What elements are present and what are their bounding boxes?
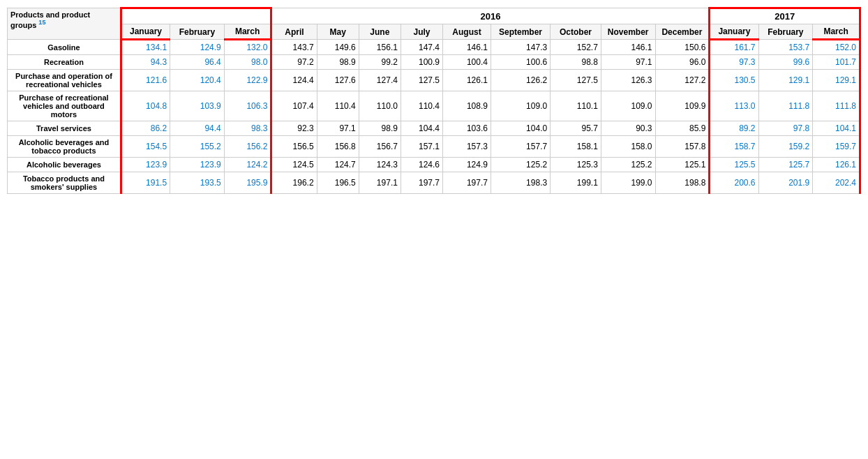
data-cell: 100.6	[491, 55, 550, 70]
data-cell: 96.4	[170, 55, 225, 70]
data-cell: 126.2	[491, 70, 550, 91]
data-cell: 124.4	[271, 70, 317, 91]
product-name-cell: Travel services	[8, 121, 121, 136]
data-cell: 147.4	[401, 40, 442, 55]
header-apr-2016: April	[271, 24, 317, 40]
data-cell: 113.0	[710, 91, 758, 121]
data-cell: 106.3	[224, 91, 271, 121]
data-cell: 90.3	[601, 121, 655, 136]
data-cell: 97.2	[271, 55, 317, 70]
data-cell: 109.0	[491, 91, 550, 121]
product-group-header: Products and product groups 15	[8, 8, 121, 40]
data-cell: 104.4	[401, 121, 442, 136]
data-cell: 100.9	[401, 55, 442, 70]
data-cell: 198.3	[491, 172, 550, 194]
data-cell: 111.8	[758, 91, 813, 121]
data-cell: 157.1	[401, 136, 442, 158]
data-cell: 121.6	[121, 70, 170, 91]
data-cell: 120.4	[170, 70, 225, 91]
data-cell: 125.1	[655, 158, 710, 172]
data-cell: 129.1	[813, 70, 860, 91]
data-cell: 157.7	[491, 136, 550, 158]
data-cell: 96.0	[655, 55, 710, 70]
product-name-cell: Purchase of recreational vehicles and ou…	[8, 91, 121, 121]
data-cell: 94.3	[121, 55, 170, 70]
product-name-cell: Tobacco products and smokers' supplies	[8, 172, 121, 194]
header-jan-2017: January	[710, 24, 758, 40]
data-cell: 199.1	[551, 172, 601, 194]
data-cell: 122.9	[224, 70, 271, 91]
data-cell: 156.1	[359, 40, 401, 55]
table-row: Purchase and operation of recreational v…	[8, 70, 860, 91]
data-cell: 98.8	[551, 55, 601, 70]
data-cell: 104.1	[813, 121, 860, 136]
data-cell: 125.2	[491, 158, 550, 172]
data-cell: 95.7	[551, 121, 601, 136]
data-cell: 197.7	[443, 172, 491, 194]
data-cell: 156.7	[359, 136, 401, 158]
data-cell: 110.4	[317, 91, 359, 121]
data-cell: 103.6	[443, 121, 491, 136]
data-cell: 123.9	[121, 158, 170, 172]
data-cell: 200.6	[710, 172, 758, 194]
data-cell: 132.0	[224, 40, 271, 55]
header-feb-2017: February	[758, 24, 813, 40]
months-header-row: January February March April May June Ju…	[8, 24, 860, 40]
year-2017-header: 2017	[710, 8, 860, 24]
data-cell: 97.1	[317, 121, 359, 136]
product-name-cell: Alcoholic beverages	[8, 158, 121, 172]
data-cell: 124.5	[271, 158, 317, 172]
data-cell: 127.4	[359, 70, 401, 91]
table-row: Alcoholic beverages123.9123.9124.2124.51…	[8, 158, 860, 172]
data-cell: 124.3	[359, 158, 401, 172]
data-cell: 126.1	[813, 158, 860, 172]
data-cell: 124.2	[224, 158, 271, 172]
data-cell: 196.5	[317, 172, 359, 194]
data-cell: 199.0	[601, 172, 655, 194]
data-cell: 126.1	[443, 70, 491, 91]
data-cell: 126.3	[601, 70, 655, 91]
data-cell: 158.0	[601, 136, 655, 158]
data-cell: 125.5	[710, 158, 758, 172]
year-header-row: Products and product groups 15 2016 2017	[8, 8, 860, 24]
data-cell: 104.0	[491, 121, 550, 136]
data-cell: 86.2	[121, 121, 170, 136]
data-cell: 94.4	[170, 121, 225, 136]
data-cell: 161.7	[710, 40, 758, 55]
data-cell: 127.5	[401, 70, 442, 91]
header-may-2016: May	[317, 24, 359, 40]
data-cell: 150.6	[655, 40, 710, 55]
header-sep-2016: September	[491, 24, 550, 40]
product-name-cell: Purchase and operation of recreational v…	[8, 70, 121, 91]
data-cell: 130.5	[710, 70, 758, 91]
data-cell: 98.9	[317, 55, 359, 70]
header-jun-2016: June	[359, 24, 401, 40]
header-feb-2016: February	[170, 24, 225, 40]
data-cell: 195.9	[224, 172, 271, 194]
data-cell: 152.0	[813, 40, 860, 55]
data-cell: 149.6	[317, 40, 359, 55]
year-2016-main-header: 2016	[271, 8, 710, 24]
data-cell: 159.2	[758, 136, 813, 158]
header-dec-2016: December	[655, 24, 710, 40]
data-cell: 109.0	[601, 91, 655, 121]
data-cell: 127.6	[317, 70, 359, 91]
header-jan-2016: January	[121, 24, 170, 40]
data-cell: 197.7	[401, 172, 442, 194]
data-cell: 156.8	[317, 136, 359, 158]
table-row: Alcoholic beverages and tobacco products…	[8, 136, 860, 158]
data-cell: 124.9	[443, 158, 491, 172]
data-cell: 127.5	[551, 70, 601, 91]
data-cell: 107.4	[271, 91, 317, 121]
data-cell: 110.1	[551, 91, 601, 121]
data-cell: 125.7	[758, 158, 813, 172]
data-cell: 124.7	[317, 158, 359, 172]
data-cell: 104.8	[121, 91, 170, 121]
data-cell: 99.6	[758, 55, 813, 70]
data-cell: 134.1	[121, 40, 170, 55]
data-cell: 158.1	[551, 136, 601, 158]
data-cell: 100.4	[443, 55, 491, 70]
data-cell: 97.8	[758, 121, 813, 136]
data-cell: 97.3	[710, 55, 758, 70]
data-cell: 99.2	[359, 55, 401, 70]
